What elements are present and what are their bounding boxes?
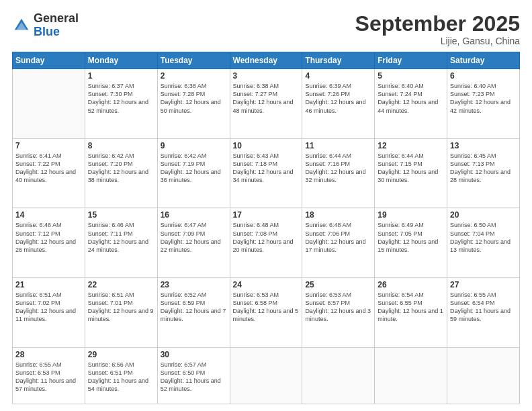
day-info: Sunrise: 6:48 AMSunset: 7:06 PMDaylight:… — [305, 221, 371, 254]
day-number: 6 — [450, 71, 517, 81]
day-info: Sunrise: 6:54 AMSunset: 6:55 PMDaylight:… — [378, 291, 444, 324]
calendar-cell: 3Sunrise: 6:38 AMSunset: 7:27 PMDaylight… — [230, 69, 302, 139]
day-number: 25 — [305, 280, 371, 289]
day-info: Sunrise: 6:52 AMSunset: 6:59 PMDaylight:… — [161, 291, 227, 324]
calendar-cell: 20Sunrise: 6:50 AMSunset: 7:04 PMDayligh… — [447, 208, 520, 278]
day-info: Sunrise: 6:40 AMSunset: 7:24 PMDaylight:… — [378, 82, 444, 115]
day-info: Sunrise: 6:37 AMSunset: 7:30 PMDaylight:… — [88, 82, 154, 115]
day-info: Sunrise: 6:55 AMSunset: 6:54 PMDaylight:… — [450, 291, 517, 324]
day-info: Sunrise: 6:38 AMSunset: 7:28 PMDaylight:… — [161, 82, 227, 115]
col-sunday: Sunday — [13, 52, 85, 69]
calendar-cell — [375, 347, 447, 404]
day-info: Sunrise: 6:45 AMSunset: 7:13 PMDaylight:… — [450, 152, 517, 185]
calendar-cell: 14Sunrise: 6:46 AMSunset: 7:12 PMDayligh… — [13, 208, 85, 278]
calendar-cell: 27Sunrise: 6:55 AMSunset: 6:54 PMDayligh… — [447, 278, 520, 348]
calendar-cell: 15Sunrise: 6:46 AMSunset: 7:11 PMDayligh… — [85, 208, 157, 278]
day-number: 26 — [378, 280, 444, 289]
calendar-cell: 24Sunrise: 6:53 AMSunset: 6:58 PMDayligh… — [230, 278, 302, 348]
calendar-cell: 18Sunrise: 6:48 AMSunset: 7:06 PMDayligh… — [302, 208, 375, 278]
calendar-cell: 21Sunrise: 6:51 AMSunset: 7:02 PMDayligh… — [13, 278, 85, 348]
calendar-cell: 8Sunrise: 6:42 AMSunset: 7:20 PMDaylight… — [85, 138, 157, 208]
day-number: 2 — [161, 71, 227, 81]
day-number: 29 — [88, 350, 154, 359]
day-number: 19 — [378, 210, 444, 220]
calendar-cell: 28Sunrise: 6:55 AMSunset: 6:53 PMDayligh… — [13, 347, 85, 404]
day-number: 12 — [378, 141, 444, 150]
day-number: 13 — [450, 141, 517, 150]
logo-general: General — [34, 12, 79, 26]
week-row-1: 1Sunrise: 6:37 AMSunset: 7:30 PMDaylight… — [13, 69, 520, 139]
calendar-cell: 7Sunrise: 6:41 AMSunset: 7:22 PMDaylight… — [13, 138, 85, 208]
header: General Blue September 2025 Lijie, Gansu… — [12, 12, 520, 46]
day-number: 28 — [15, 350, 82, 359]
day-info: Sunrise: 6:47 AMSunset: 7:09 PMDaylight:… — [161, 221, 227, 254]
day-info: Sunrise: 6:51 AMSunset: 7:01 PMDaylight:… — [88, 291, 154, 324]
calendar-cell — [302, 347, 375, 404]
day-number: 11 — [305, 141, 371, 150]
day-number: 23 — [161, 280, 227, 289]
day-info: Sunrise: 6:38 AMSunset: 7:27 PMDaylight:… — [233, 82, 300, 115]
calendar-cell: 9Sunrise: 6:42 AMSunset: 7:19 PMDaylight… — [157, 138, 230, 208]
day-info: Sunrise: 6:46 AMSunset: 7:12 PMDaylight:… — [15, 221, 82, 254]
day-info: Sunrise: 6:43 AMSunset: 7:18 PMDaylight:… — [233, 152, 300, 185]
day-info: Sunrise: 6:53 AMSunset: 6:57 PMDaylight:… — [305, 291, 371, 324]
day-number: 9 — [161, 141, 227, 150]
day-info: Sunrise: 6:39 AMSunset: 7:26 PMDaylight:… — [305, 82, 371, 115]
logo-text: General Blue — [34, 12, 79, 39]
calendar-cell: 2Sunrise: 6:38 AMSunset: 7:28 PMDaylight… — [157, 69, 230, 139]
calendar-cell: 6Sunrise: 6:40 AMSunset: 7:23 PMDaylight… — [447, 69, 520, 139]
calendar-cell: 26Sunrise: 6:54 AMSunset: 6:55 PMDayligh… — [375, 278, 447, 348]
logo-blue: Blue — [34, 26, 79, 39]
day-info: Sunrise: 6:40 AMSunset: 7:23 PMDaylight:… — [450, 82, 517, 115]
col-wednesday: Wednesday — [230, 52, 302, 69]
col-tuesday: Tuesday — [157, 52, 230, 69]
day-number: 24 — [233, 280, 300, 289]
calendar-cell — [13, 69, 85, 139]
week-row-4: 21Sunrise: 6:51 AMSunset: 7:02 PMDayligh… — [13, 278, 520, 348]
calendar-cell: 22Sunrise: 6:51 AMSunset: 7:01 PMDayligh… — [85, 278, 157, 348]
col-monday: Monday — [85, 52, 157, 69]
col-thursday: Thursday — [302, 52, 375, 69]
col-friday: Friday — [375, 52, 447, 69]
day-info: Sunrise: 6:42 AMSunset: 7:19 PMDaylight:… — [161, 152, 227, 185]
day-number: 30 — [161, 350, 227, 359]
day-number: 22 — [88, 280, 154, 289]
title-block: September 2025 Lijie, Gansu, China — [355, 12, 520, 46]
calendar-cell: 11Sunrise: 6:44 AMSunset: 7:16 PMDayligh… — [302, 138, 375, 208]
day-info: Sunrise: 6:41 AMSunset: 7:22 PMDaylight:… — [15, 152, 82, 185]
calendar-cell: 1Sunrise: 6:37 AMSunset: 7:30 PMDaylight… — [85, 69, 157, 139]
calendar-cell: 29Sunrise: 6:56 AMSunset: 6:51 PMDayligh… — [85, 347, 157, 404]
col-saturday: Saturday — [447, 52, 520, 69]
calendar-cell: 19Sunrise: 6:49 AMSunset: 7:05 PMDayligh… — [375, 208, 447, 278]
day-number: 5 — [378, 71, 444, 81]
day-info: Sunrise: 6:50 AMSunset: 7:04 PMDaylight:… — [450, 221, 517, 254]
calendar-cell: 30Sunrise: 6:57 AMSunset: 6:50 PMDayligh… — [157, 347, 230, 404]
day-header-row: Sunday Monday Tuesday Wednesday Thursday… — [13, 52, 520, 69]
day-number: 20 — [450, 210, 517, 220]
logo: General Blue — [12, 12, 79, 39]
calendar-cell: 10Sunrise: 6:43 AMSunset: 7:18 PMDayligh… — [230, 138, 302, 208]
month-title: September 2025 — [355, 12, 520, 36]
calendar-cell: 12Sunrise: 6:44 AMSunset: 7:15 PMDayligh… — [375, 138, 447, 208]
calendar-cell: 25Sunrise: 6:53 AMSunset: 6:57 PMDayligh… — [302, 278, 375, 348]
day-number: 7 — [15, 141, 82, 150]
day-number: 14 — [15, 210, 82, 220]
day-info: Sunrise: 6:55 AMSunset: 6:53 PMDaylight:… — [15, 361, 82, 394]
day-number: 17 — [233, 210, 300, 220]
week-row-5: 28Sunrise: 6:55 AMSunset: 6:53 PMDayligh… — [13, 347, 520, 404]
page: General Blue September 2025 Lijie, Gansu… — [0, 0, 532, 411]
logo-icon — [12, 16, 31, 35]
calendar-cell: 5Sunrise: 6:40 AMSunset: 7:24 PMDaylight… — [375, 69, 447, 139]
day-info: Sunrise: 6:49 AMSunset: 7:05 PMDaylight:… — [378, 221, 444, 254]
day-number: 4 — [305, 71, 371, 81]
day-number: 3 — [233, 71, 300, 81]
day-info: Sunrise: 6:44 AMSunset: 7:16 PMDaylight:… — [305, 152, 371, 185]
day-info: Sunrise: 6:51 AMSunset: 7:02 PMDaylight:… — [15, 291, 82, 324]
day-info: Sunrise: 6:42 AMSunset: 7:20 PMDaylight:… — [88, 152, 154, 185]
location-subtitle: Lijie, Gansu, China — [355, 36, 520, 46]
calendar-cell: 17Sunrise: 6:48 AMSunset: 7:08 PMDayligh… — [230, 208, 302, 278]
day-number: 18 — [305, 210, 371, 220]
day-info: Sunrise: 6:53 AMSunset: 6:58 PMDaylight:… — [233, 291, 300, 324]
calendar-cell — [230, 347, 302, 404]
calendar-cell: 4Sunrise: 6:39 AMSunset: 7:26 PMDaylight… — [302, 69, 375, 139]
